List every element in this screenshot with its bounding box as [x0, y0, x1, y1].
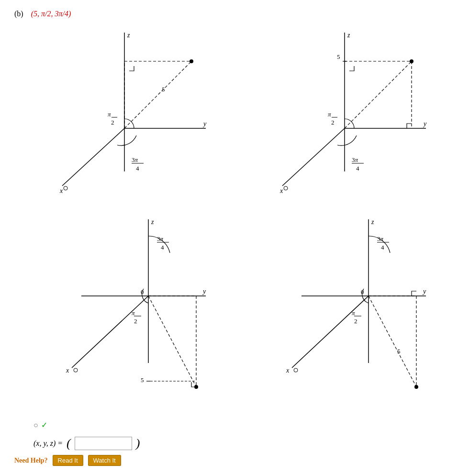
- svg-text:z: z: [127, 32, 130, 39]
- svg-text:x: x: [59, 187, 63, 194]
- svg-point-10: [190, 59, 193, 63]
- page-container: (b) (5, π/2, 3π/4) z y x: [0, 0, 469, 476]
- svg-point-6: [64, 186, 67, 190]
- svg-point-43: [74, 368, 78, 372]
- svg-text:y: y: [422, 288, 426, 295]
- check-icon: ✓: [41, 420, 47, 430]
- read-it-button[interactable]: Read It: [53, 455, 83, 466]
- answer-row: (x, y, z) = ( ): [34, 437, 455, 450]
- svg-text:x: x: [279, 187, 283, 194]
- svg-text:z: z: [371, 218, 374, 226]
- svg-line-74: [368, 296, 416, 387]
- svg-text:y: y: [423, 120, 427, 127]
- diagram-bottom-left: z y x 0 π 2 3π 4: [14, 210, 234, 411]
- svg-text:4: 4: [136, 165, 139, 172]
- svg-line-41: [72, 296, 148, 368]
- answer-label: (x, y, z) =: [34, 439, 63, 448]
- svg-text:5: 5: [141, 376, 144, 384]
- svg-point-26: [284, 186, 288, 190]
- svg-text:π: π: [328, 111, 331, 118]
- diagrams-grid: z y x: [14, 23, 455, 411]
- svg-text:z: z: [151, 218, 154, 226]
- svg-text:π: π: [108, 111, 111, 118]
- svg-text:y: y: [202, 120, 207, 127]
- svg-text:π: π: [352, 309, 355, 317]
- watch-it-button[interactable]: Watch It: [88, 455, 121, 466]
- svg-text:3π: 3π: [377, 235, 384, 242]
- svg-point-30: [410, 59, 413, 63]
- svg-text:3π: 3π: [352, 156, 358, 163]
- svg-text:y: y: [202, 288, 206, 295]
- svg-text:2: 2: [111, 119, 114, 126]
- svg-text:π: π: [132, 309, 135, 317]
- svg-text:2: 2: [354, 317, 357, 325]
- need-help-label: Need Help?: [14, 457, 48, 465]
- svg-point-75: [414, 385, 418, 389]
- svg-text:x: x: [286, 367, 290, 374]
- svg-text:5: 5: [337, 53, 340, 60]
- answer-input[interactable]: [75, 437, 132, 450]
- coords-label: (5, π/2, 3π/4): [31, 10, 71, 18]
- diagram-bottom-right: z y x 0 π 2 3π 4: [234, 210, 455, 411]
- svg-text:4: 4: [381, 244, 384, 251]
- svg-text:4: 4: [161, 244, 164, 251]
- svg-text:z: z: [347, 32, 350, 39]
- svg-text:3π: 3π: [157, 235, 164, 242]
- svg-text:2: 2: [331, 119, 335, 126]
- radio-icon[interactable]: ○: [34, 421, 38, 430]
- diagram-top-right: z 5 y x: [234, 23, 455, 205]
- svg-line-53: [148, 296, 196, 387]
- radio-check-row: ○ ✓: [34, 420, 455, 430]
- svg-text:4: 4: [356, 165, 359, 172]
- part-b: (b): [14, 10, 23, 18]
- svg-text:2: 2: [134, 317, 137, 325]
- svg-line-9: [124, 61, 191, 128]
- diagram-top-left: z y x: [14, 23, 234, 205]
- svg-text:3π: 3π: [132, 156, 138, 163]
- svg-line-62: [292, 296, 368, 368]
- svg-text:x: x: [66, 367, 69, 374]
- svg-line-29: [345, 61, 412, 128]
- svg-point-64: [294, 368, 298, 372]
- svg-text:5: 5: [162, 86, 165, 93]
- close-paren: ): [136, 437, 140, 450]
- svg-line-4: [62, 128, 124, 186]
- need-help-row: Need Help? Read It Watch It: [14, 455, 455, 466]
- header-label: (b) (5, π/2, 3π/4): [14, 10, 455, 18]
- svg-text:5: 5: [397, 348, 401, 355]
- svg-line-24: [282, 128, 345, 186]
- open-paren: (: [67, 437, 71, 450]
